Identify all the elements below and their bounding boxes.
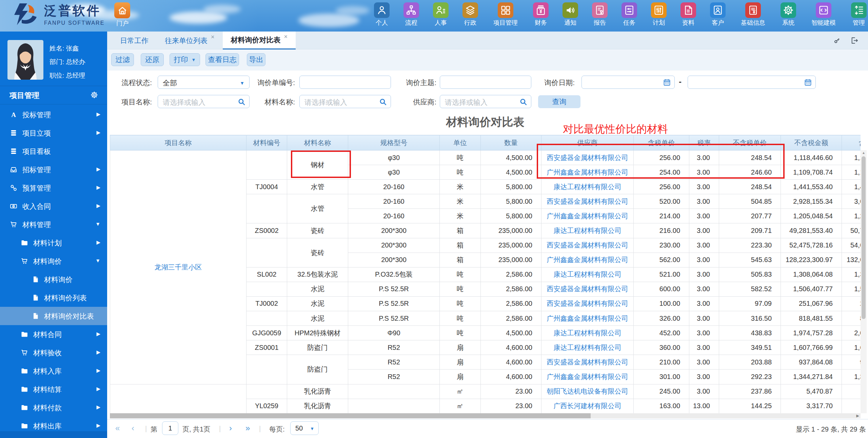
top-menu-item-16[interactable]: 管理 [851,2,867,27]
project-combo[interactable]: 请选择或输入 [158,95,250,108]
column-header[interactable]: 含税金额 [842,135,861,151]
cell-sup[interactable]: 西安盛器金属材料有限公司 [541,282,634,296]
horizontal-scrollbar[interactable]: ▶ [110,413,861,418]
sidebar-item-9[interactable]: 材料询价▼ [0,252,107,270]
key-icon[interactable] [833,36,841,46]
top-menu-item-13[interactable]: 基础信息 [739,2,767,27]
first-page-button[interactable]: « [115,423,120,433]
top-menu-item-2[interactable]: 流程 [403,2,419,27]
material-combo[interactable]: 请选择或输入 [299,95,391,108]
sidebar-item-6[interactable]: 收入合同▶ [0,197,107,215]
top-menu-item-6[interactable]: 财务 [533,2,549,27]
last-page-button[interactable]: » [245,423,250,433]
cell-sup[interactable]: 康达工程材料有限公司 [541,267,634,282]
cell-sup[interactable]: 西安盛器金属材料有限公司 [541,238,634,253]
tab-1[interactable]: 日常工作 [112,32,157,49]
supplier-combo[interactable]: 请选择或输入 [440,95,531,108]
horizontal-scrollbar-thumb[interactable] [110,413,591,418]
cell-sup[interactable]: 西安盛器金属材料有限公司 [541,296,634,311]
sidebar-item-12[interactable]: 材料询价对比表 [0,307,107,325]
top-menu-item-7[interactable]: 通知 [563,2,578,27]
sidebar-item-13[interactable]: 材料合同▶ [0,325,107,343]
table-row[interactable]: 乳化沥青㎡23.00朝阳飞达机电设备有限公司245.003.00237.865,… [110,384,861,399]
cell-sup[interactable]: 西安盛器金属材料有限公司 [541,194,634,209]
date-to-input[interactable] [688,76,816,89]
column-header[interactable]: 不含税金额 [781,135,842,151]
top-menu-item-1[interactable]: 个人 [374,2,390,27]
sidebar-item-3[interactable]: 项目看板 [0,142,107,160]
sidebar-item-8[interactable]: 材料计划▶ [0,234,107,252]
vertical-scrollbar[interactable]: ▲ [861,150,867,413]
nav-portal[interactable]: 门户 [114,2,131,27]
reset-button[interactable]: 还原 [141,53,164,66]
tab-2[interactable]: 往来单位列表× [157,32,223,49]
cell-sup[interactable]: 朝阳飞达机电设备有限公司 [541,384,634,399]
print-button[interactable]: 打印▼ [170,53,200,66]
vertical-scrollbar-thumb[interactable] [862,156,866,319]
top-menu-item-5[interactable]: 项目管理 [492,2,519,27]
sidebar-item-10[interactable]: 材料询价 [0,270,107,288]
sidebar-item-1[interactable]: 投标管理▶ [0,105,107,124]
scroll-right-arrow[interactable]: ▶ [856,414,859,418]
search-icon[interactable] [519,98,528,107]
column-header[interactable]: 规格型号 [348,135,440,151]
top-menu-item-8[interactable]: 报告 [592,2,608,27]
search-icon[interactable] [379,98,387,107]
cell-sup[interactable]: 康达工程材料有限公司 [541,326,634,340]
search-icon[interactable] [237,98,246,107]
top-menu-item-12[interactable]: 客户 [710,2,726,27]
column-header[interactable]: 材料编号 [246,135,287,151]
export-button[interactable]: 导出 [247,53,265,66]
top-menu-item-11[interactable]: 资料 [680,2,696,27]
cell-sup[interactable]: 广州鑫鑫金属材料有限公司 [541,311,634,326]
cell-project[interactable] [110,384,246,413]
page-number-input[interactable]: 1 [162,421,178,435]
top-menu-item-4[interactable]: 行政 [462,2,478,27]
sidebar-item-15[interactable]: 材料入库▶ [0,362,107,380]
cell-sup[interactable]: 康达工程材料有限公司 [541,223,634,238]
calendar-icon[interactable] [663,78,671,88]
cell-sup[interactable]: 康达工程材料有限公司 [541,180,634,194]
tab-3[interactable]: 材料询价对比表× [223,32,296,49]
prev-page-button[interactable]: ‹ [132,423,134,433]
subject-input[interactable] [440,76,531,89]
gear-icon[interactable] [90,91,98,100]
scroll-up-arrow[interactable]: ▲ [862,151,865,155]
column-header[interactable]: 材料名称 [287,135,348,151]
filter-button[interactable]: 过滤 [111,53,134,66]
cell-sup[interactable]: 西安盛器金属材料有限公司 [541,355,634,370]
sidebar-item-4[interactable]: 招标管理▶ [0,160,107,179]
column-header[interactable]: 项目名称 [110,135,246,151]
cell-sup[interactable]: 广州鑫鑫金属材料有限公司 [541,253,634,267]
close-icon[interactable]: × [284,33,288,40]
cell-sup[interactable]: 康达工程材料有限公司 [541,340,634,355]
sidebar-item-2[interactable]: 项目立项▶ [0,124,107,142]
search-button[interactable]: 查询 [538,95,580,108]
column-header[interactable]: 数量 [481,135,541,151]
top-menu-item-10[interactable]: 计划 [651,2,667,27]
date-from-input[interactable] [581,76,675,89]
sidebar-item-5[interactable]: 预算管理▶ [0,179,107,197]
top-menu-item-3[interactable]: 人事 [433,2,449,27]
status-select[interactable]: 全部▼ [158,76,250,89]
sidebar-item-7[interactable]: 材料管理▼ [0,215,107,234]
top-menu-item-15[interactable]: 智能建模 [810,2,837,27]
view-log-button[interactable]: 查看日志 [205,53,239,66]
sidebar-item-17[interactable]: 材料付款▶ [0,398,107,417]
calendar-icon[interactable] [804,78,812,88]
sidebar-item-16[interactable]: 材料结算▶ [0,380,107,398]
column-header[interactable]: 单位 [440,135,481,151]
sidebar-item-14[interactable]: 材料验收▶ [0,343,107,362]
inquiry-no-input[interactable] [299,76,391,89]
logout-icon[interactable] [850,36,859,46]
top-menu-item-9[interactable]: 任务 [622,2,637,27]
per-page-select[interactable]: 50▼ [290,421,319,435]
close-icon[interactable]: × [211,34,215,41]
cell-project[interactable]: 龙湖三千里小区 [110,151,246,384]
cell-sup[interactable]: 广州鑫鑫金属材料有限公司 [541,370,634,384]
top-menu-item-14[interactable]: 系统 [781,2,796,27]
cell-sup[interactable]: 广西长河建材有限公司 [541,399,634,413]
cell-sup[interactable]: 广州鑫鑫金属材料有限公司 [541,209,634,223]
next-page-button[interactable]: › [229,423,232,433]
sidebar-item-11[interactable]: 材料询价列表 [0,288,107,307]
